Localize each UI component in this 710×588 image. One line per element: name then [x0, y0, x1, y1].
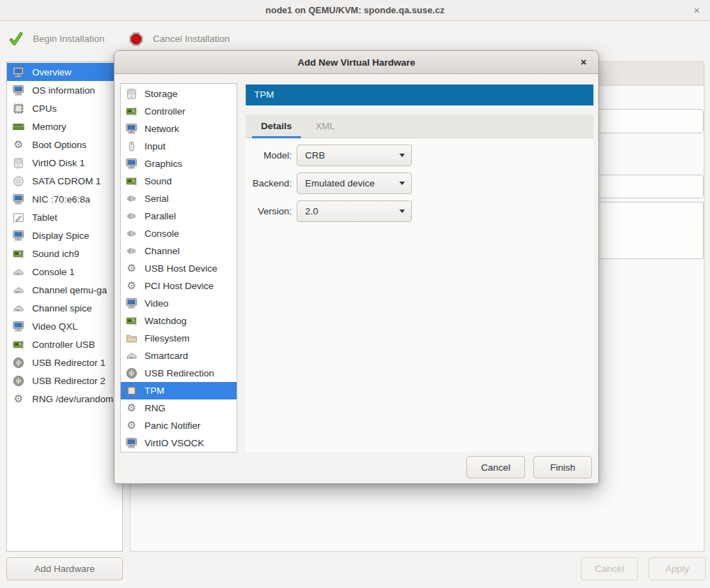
hardware-sidebar: Overview OS information CPUs Memory ⚙ Bo…: [6, 61, 123, 552]
sidebar-item-video-qxl[interactable]: Video QXL: [7, 317, 122, 335]
hardware-type-panic-notifier[interactable]: ⚙ Panic Notifier: [121, 417, 237, 434]
folder-icon: [126, 332, 138, 344]
sidebar-item-channel-spice[interactable]: Channel spice: [7, 299, 122, 317]
disk-icon: [13, 157, 24, 169]
sidebar-item-rng-dev-urandom[interactable]: ⚙ RNG /dev/urandom: [7, 390, 122, 408]
cd-icon: [13, 175, 24, 187]
tpm-details-form: Model: CRB Backend: Emulated device Vers…: [246, 138, 593, 452]
hardware-type-storage[interactable]: Storage: [121, 85, 237, 103]
add-hardware-button[interactable]: Add Hardware: [6, 557, 123, 580]
hardware-type-input[interactable]: Input: [121, 138, 237, 155]
hardware-type-parallel[interactable]: Parallel: [121, 207, 237, 225]
hardware-type-virtio-vsock[interactable]: VirtIO VSOCK: [121, 434, 237, 452]
device-icon: [126, 350, 138, 362]
monitor-icon: [13, 84, 24, 96]
hardware-type-pci-host-device[interactable]: ⚙ PCI Host Device: [121, 277, 237, 295]
window-title: node1 on QEMU/KVM: sponde.qa.suse.cz: [0, 0, 710, 21]
tablet-icon: [13, 212, 24, 223]
hardware-type-tpm[interactable]: TPM: [121, 382, 237, 399]
sidebar-item-channel-qemu-ga[interactable]: Channel qemu-ga: [7, 281, 122, 299]
dropdown-caret-icon: [399, 182, 405, 185]
sidebar-item-boot-options[interactable]: ⚙ Boot Options: [7, 135, 122, 154]
dropdown[interactable]: CRB: [297, 145, 412, 166]
sidebar-item-tablet[interactable]: Tablet: [7, 208, 122, 226]
tab-details[interactable]: Details: [252, 115, 301, 138]
hardware-type-console[interactable]: Console: [121, 225, 237, 242]
monitor-icon: [126, 123, 138, 135]
sidebar-item-usb-redirector-2[interactable]: USB Redirector 2: [7, 372, 122, 390]
dialog-finish-button[interactable]: Finish: [533, 456, 592, 478]
device-icon: [13, 266, 24, 278]
hardware-type-usb-host-device[interactable]: ⚙ USB Host Device: [121, 260, 237, 277]
hardware-type-sound[interactable]: Sound: [121, 172, 237, 190]
soundcard-icon: [126, 105, 138, 117]
sidebar-item-memory[interactable]: Memory: [7, 117, 122, 135]
sidebar-item-cpus[interactable]: CPUs: [7, 99, 122, 117]
sidebar-item-display-spice[interactable]: Display Spice: [7, 226, 122, 244]
chip-icon: [126, 385, 138, 397]
plug-icon: [126, 228, 138, 240]
tab-xml[interactable]: XML: [301, 115, 350, 138]
hardware-type-list: Storage Controller Network Input Graphic…: [120, 83, 237, 453]
sidebar-item-console-1[interactable]: Console 1: [7, 263, 122, 281]
dropdown-caret-icon: [399, 154, 405, 157]
begin-installation-label: Begin Installation: [33, 34, 105, 44]
dialog-cancel-button[interactable]: Cancel: [466, 456, 525, 478]
window-close-icon[interactable]: ×: [688, 0, 706, 21]
mouse-icon: [126, 140, 138, 152]
sidebar-item-virtio-disk-1[interactable]: VirtIO Disk 1: [7, 154, 122, 172]
dialog-close-icon[interactable]: ×: [575, 51, 592, 74]
sidebar-item-sata-cdrom-1[interactable]: SATA CDROM 1: [7, 172, 122, 190]
chip-icon: [13, 103, 24, 115]
hardware-type-channel[interactable]: Channel: [121, 242, 237, 260]
monitor-icon: [13, 230, 24, 242]
window-titlebar: node1 on QEMU/KVM: sponde.qa.suse.cz ×: [0, 0, 710, 21]
hardware-type-filesystem[interactable]: Filesystem: [121, 330, 237, 347]
dialog-title: Add New Virtual Hardware: [114, 51, 598, 74]
add-hardware-dialog: Add New Virtual Hardware × Storage Contr…: [114, 50, 599, 484]
hardware-type-usb-redirection[interactable]: USB Redirection: [121, 365, 237, 382]
usb-icon: [13, 375, 24, 387]
panel-header: TPM: [246, 84, 593, 105]
device-icon: [13, 284, 24, 296]
hardware-type-serial[interactable]: Serial: [121, 190, 237, 207]
monitor-icon: [126, 437, 138, 449]
overview-cancel-button[interactable]: Cancel: [581, 557, 638, 580]
disk-icon: [126, 88, 138, 100]
red-stop-icon: [128, 31, 144, 47]
hardware-type-smartcard[interactable]: Smartcard: [121, 347, 237, 365]
cancel-installation-label: Cancel Installation: [153, 34, 230, 44]
field-backend: Backend: Emulated device: [246, 172, 593, 194]
dropdown-caret-icon: [399, 210, 405, 213]
soundcard-icon: [13, 248, 24, 260]
sidebar-item-controller-usb[interactable]: Controller USB: [7, 335, 122, 353]
hardware-type-video[interactable]: Video: [121, 295, 237, 312]
field-model: Model: CRB: [246, 145, 593, 166]
hardware-type-watchdog[interactable]: Watchdog: [121, 312, 237, 330]
hardware-type-controller[interactable]: Controller: [121, 103, 237, 120]
sidebar-item-overview[interactable]: Overview: [7, 63, 122, 81]
soundcard-icon: [126, 175, 138, 187]
monitor-icon: [13, 193, 24, 205]
plug-icon: [126, 245, 138, 257]
overview-apply-button[interactable]: Apply: [649, 557, 706, 580]
plug-icon: [126, 210, 138, 222]
sidebar-item-usb-redirector-1[interactable]: USB Redirector 1: [7, 353, 122, 372]
sidebar-item-nic-70-e6-8a[interactable]: NIC :70:e6:8a: [7, 190, 122, 208]
usb-icon: [13, 357, 24, 369]
hardware-type-rng[interactable]: ⚙ RNG: [121, 399, 237, 417]
gear-icon: ⚙: [126, 420, 138, 432]
gear-icon: ⚙: [126, 402, 138, 414]
hardware-type-network[interactable]: Network: [121, 120, 237, 138]
sidebar-item-sound-ich9[interactable]: Sound ich9: [7, 244, 122, 263]
usb-icon: [126, 367, 138, 379]
monitor-icon: [13, 66, 24, 78]
dropdown[interactable]: Emulated device: [297, 172, 412, 194]
sidebar-item-os-information[interactable]: OS information: [7, 81, 122, 99]
device-icon: [13, 302, 24, 314]
begin-installation-button[interactable]: Begin Installation: [8, 22, 105, 56]
soundcard-icon: [13, 339, 24, 351]
field-version: Version: 2.0: [246, 200, 593, 222]
dropdown[interactable]: 2.0: [297, 200, 412, 222]
hardware-type-graphics[interactable]: Graphics: [121, 155, 237, 172]
